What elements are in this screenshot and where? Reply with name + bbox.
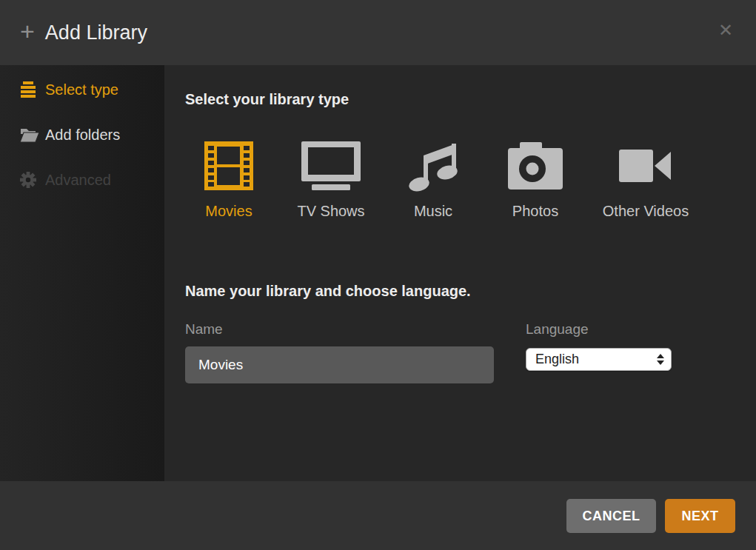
library-type-label: Photos bbox=[512, 203, 558, 220]
sidebar-item-label: Advanced bbox=[45, 172, 111, 189]
sidebar-item-add-folders[interactable]: Add folders bbox=[0, 120, 164, 150]
gear-icon bbox=[20, 172, 45, 188]
select-type-heading: Select your library type bbox=[185, 91, 349, 108]
video-camera-icon bbox=[619, 139, 672, 192]
sidebar-item-label: Add folders bbox=[45, 127, 120, 144]
film-strip-icon bbox=[204, 139, 253, 192]
music-note-icon bbox=[406, 139, 461, 192]
list-lines-icon bbox=[20, 81, 45, 98]
dialog-title: Add Library bbox=[45, 21, 147, 44]
library-type-label: Other Videos bbox=[603, 203, 689, 220]
library-type-label: Movies bbox=[205, 203, 252, 220]
close-icon[interactable]: ✕ bbox=[715, 19, 737, 41]
camera-icon bbox=[508, 139, 563, 192]
add-library-dialog: + Add Library ✕ Select type bbox=[0, 0, 756, 550]
library-type-other-videos[interactable]: Other Videos bbox=[594, 139, 698, 220]
library-type-label: TV Shows bbox=[297, 203, 364, 220]
wizard-steps-sidebar: Select type Add folders bbox=[0, 65, 164, 481]
dialog-header: + Add Library ✕ bbox=[0, 0, 756, 65]
tv-icon bbox=[301, 139, 361, 192]
language-select[interactable]: English bbox=[526, 348, 672, 371]
sidebar-item-label: Select type bbox=[45, 81, 118, 98]
name-field-label: Name bbox=[185, 321, 223, 338]
sidebar-item-select-type[interactable]: Select type bbox=[0, 75, 164, 104]
main-panel: Select your library type bbox=[164, 65, 756, 481]
library-type-label: Music bbox=[414, 203, 452, 220]
next-button[interactable]: NEXT bbox=[665, 499, 735, 533]
library-type-photos[interactable]: Photos bbox=[492, 139, 579, 220]
sidebar-item-advanced: Advanced bbox=[0, 165, 164, 195]
language-selected-value: English bbox=[526, 352, 657, 367]
dialog-footer: CANCEL NEXT bbox=[0, 481, 756, 550]
cancel-button[interactable]: CANCEL bbox=[566, 499, 656, 533]
library-type-music[interactable]: Music bbox=[389, 139, 477, 220]
language-field-label: Language bbox=[526, 321, 589, 338]
select-stepper-icon bbox=[657, 354, 664, 365]
library-name-input[interactable] bbox=[185, 346, 494, 383]
plus-icon: + bbox=[20, 19, 35, 44]
library-type-row: Movies TV Shows bbox=[185, 139, 698, 220]
library-type-movies[interactable]: Movies bbox=[185, 139, 272, 220]
name-language-heading: Name your library and choose language. bbox=[185, 283, 471, 300]
library-type-tv-shows[interactable]: TV Shows bbox=[287, 139, 375, 220]
folder-icon bbox=[20, 127, 45, 143]
